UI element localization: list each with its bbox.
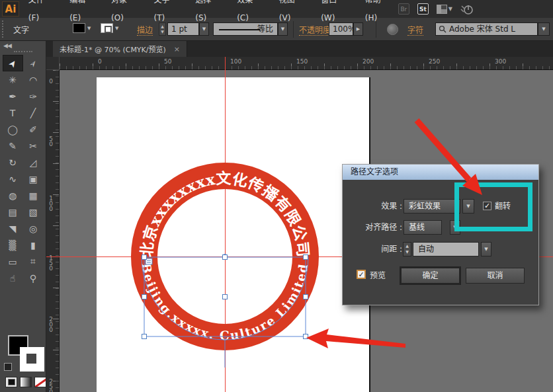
menu-bar: Ai 文件(F) 编辑(E) 对象(O) 文字(T) 选择(S) 效果(C) 视… [0,0,553,18]
document-tab[interactable]: 未标题-1* @ 70% (CMYK/预览) × [53,41,187,57]
handle-top-center[interactable] [223,255,228,260]
menu-window[interactable]: 窗口(W) [312,0,356,27]
symbol-sprayer-icon: ▒ [9,240,17,251]
vertical-ruler[interactable]: 050100150200250 [46,70,60,392]
handle-bottom-left[interactable] [142,334,147,339]
handle-top-right[interactable] [304,255,308,260]
menu-edit[interactable]: 编辑(E) [60,0,102,27]
tool-pen[interactable]: ✒ [3,88,23,104]
scale-icon: ◿ [30,157,37,168]
ruler-corner[interactable] [46,57,60,70]
tool-direct-selection[interactable]: ➢ [23,55,44,71]
tool-pencil[interactable]: ✎ [3,137,23,154]
tool-slice[interactable]: ⌗ [23,253,44,270]
handle-top-left[interactable] [142,255,147,260]
menu-effect[interactable]: 效果(C) [228,0,270,27]
tool-width[interactable]: ∿ [3,171,23,187]
hruler-label: 300 [495,58,506,65]
menu-view[interactable]: 视图(V) [270,0,312,27]
effect-select[interactable]: 彩虹效果 [404,199,460,214]
handle-mid-left[interactable] [142,295,147,299]
stroke-color-proxy[interactable] [20,347,44,372]
character-panel-link[interactable]: 字符 [407,24,423,36]
hruler-label: 250 [429,58,440,65]
tool-zoom[interactable]: ⚲ [23,270,44,286]
collapse-panel-icon[interactable]: ◀◀ [0,41,46,49]
menu-object[interactable]: 对象(O) [102,0,144,27]
artboard-icon: ▭ [8,256,17,267]
handle-mid-right[interactable] [304,295,308,299]
spacing-input[interactable]: 自动 [413,242,479,256]
tool-line-segment[interactable]: ╱ [23,104,44,121]
tool-artboard[interactable]: ▭ [3,253,23,270]
tool-gradient[interactable]: ▧ [23,204,44,220]
tool-perspective-grid[interactable]: ▦ [23,187,44,204]
search-icon [439,25,447,33]
pen-icon: ✒ [9,91,17,102]
tool-paintbrush[interactable]: ✐ [23,121,44,137]
tool-eyedropper[interactable]: ◥ [3,220,23,237]
workspace-switcher[interactable]: ▼ [437,5,452,14]
menu-help[interactable]: 帮助(H) [356,0,398,27]
gradient-button[interactable] [20,377,32,387]
menu-select[interactable]: 选择(S) [186,0,228,27]
scissors-icon: ✂ [29,141,37,151]
highlight-box-annotation [454,182,532,231]
align-select[interactable]: 基线 [404,220,442,235]
align-label: 对齐路径 : [348,220,402,235]
tool-rotate[interactable]: ↻ [3,154,23,171]
font-family-select[interactable]: Adobe 宋体 Std L [435,22,538,36]
menu-type[interactable]: 文字(T) [145,0,187,27]
close-icon[interactable]: × [174,45,180,54]
bridge-icon[interactable]: Br [398,3,409,15]
stamp-bottom-text[interactable]: Beijing.xxxxx. Culture Limited [139,262,311,342]
gradient-icon: ▧ [28,207,37,217]
spacing-stepper[interactable]: ▲▼ [403,242,411,256]
ok-button[interactable]: 确定 [401,268,460,284]
panel-grip[interactable] [2,20,5,38]
color-button[interactable] [5,377,17,387]
tool-type[interactable]: T [3,104,23,121]
tool-curvature[interactable]: ✑ [23,88,44,104]
hand-icon: ☝ [10,273,16,284]
tool-mesh[interactable]: ▤ [3,204,23,220]
stamp-artwork[interactable]: 北京xxxxxxxx文化传播有限公司 Beijing.xxxxx. Cultur… [126,157,324,370]
tool-free-transform[interactable]: ▣ [23,171,44,187]
preview-checkbox[interactable]: ✓ [357,270,366,279]
tool-magic-wand[interactable]: ✳ [3,71,23,88]
dialog-title-bar[interactable]: 路径文字选项 [343,165,538,180]
shape-builder-icon: ◍ [9,190,17,201]
default-fill-stroke-icon[interactable] [4,363,12,371]
menu-file[interactable]: 文件(F) [19,0,60,27]
vruler-label: 150 [48,255,54,270]
font-dropdown[interactable]: ▼ [538,22,550,36]
none-button[interactable] [34,377,46,387]
handle-bottom-right[interactable] [304,334,308,339]
spacing-dropdown-button[interactable]: ▼ [481,242,491,256]
handle-center[interactable] [223,295,228,299]
column-graph-icon: ▮ [30,240,36,251]
horizontal-ruler[interactable]: 050100150200250300 [60,57,553,70]
tool-shape-builder[interactable]: ◍ [3,187,23,204]
tool-blend[interactable]: ◎ [23,220,44,237]
free-transform-icon: ▣ [28,174,37,184]
stock-icon[interactable]: St [417,3,429,15]
tool-hand[interactable]: ☝ [3,270,23,286]
vruler-label: 100 [48,195,54,211]
gpu-performance-icon[interactable] [460,3,474,15]
vruler-label: 50 [48,136,54,146]
tool-scale[interactable]: ◿ [23,154,44,171]
stamp-top-text[interactable]: 北京xxxxxxxx文化传播有限公司 [137,169,312,258]
tool-scissors[interactable]: ✂ [23,137,44,154]
tool-ellipse[interactable]: ◯ [3,121,23,137]
tools-grip[interactable] [14,51,32,54]
tool-column-graph[interactable]: ▮ [23,237,44,253]
hruler-label: 100 [230,58,241,65]
tool-lasso[interactable]: ◠ [23,71,44,88]
slice-icon: ⌗ [30,256,36,267]
tool-symbol-sprayer[interactable]: ▒ [3,237,23,253]
paintbrush-icon: ✐ [29,124,37,135]
pencil-icon: ✎ [9,141,17,151]
tool-selection[interactable]: ➤ [3,55,23,71]
cancel-button[interactable]: 取消 [466,268,525,284]
